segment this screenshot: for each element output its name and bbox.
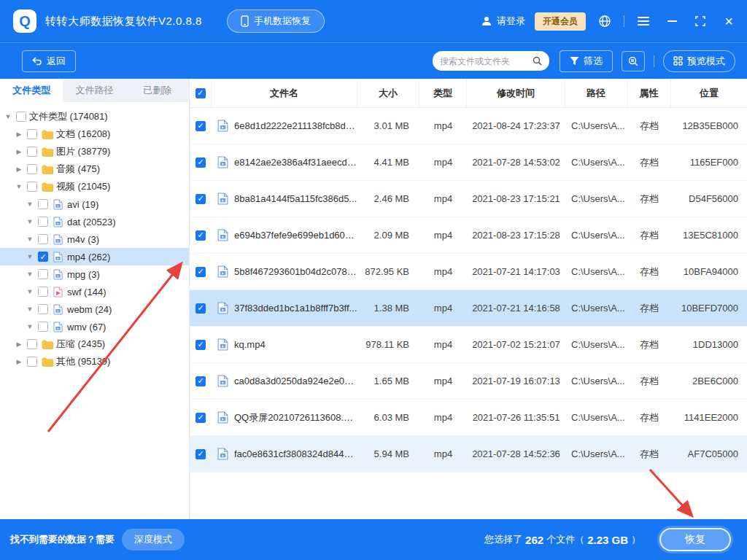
tree-item[interactable]: ▶图片 (38779): [0, 143, 189, 160]
file-type: mp4: [419, 266, 467, 277]
chevron-down-icon[interactable]: ▼: [25, 201, 35, 208]
column-header[interactable]: 类型: [419, 79, 467, 107]
tree-item[interactable]: ▼swf (144): [0, 283, 189, 300]
tree-checkbox[interactable]: [38, 217, 48, 227]
filter-button[interactable]: 筛选: [560, 50, 613, 72]
maximize-icon: [695, 16, 705, 26]
sidebar-tab[interactable]: 已删除: [126, 79, 189, 102]
tree-item[interactable]: ▶音频 (475): [0, 160, 189, 178]
maximize-button[interactable]: [691, 12, 710, 31]
tree-checkbox[interactable]: [27, 164, 37, 174]
column-header[interactable]: 路径: [565, 79, 627, 107]
tree-checkbox[interactable]: [27, 182, 37, 192]
table-row[interactable]: ✓kq.mp4978.11 KBmp42021-07-02 15:21:07C:…: [190, 327, 747, 363]
table-row[interactable]: ✓fac0e8631cf3808324d84471...5.94 MBmp420…: [190, 436, 747, 472]
tree-item[interactable]: ▼wmv (67): [0, 318, 189, 335]
table-row[interactable]: ✓5b8f467293601b04d2c0785...872.95 KBmp42…: [190, 254, 747, 290]
row-checkbox[interactable]: ✓: [196, 230, 206, 241]
column-header[interactable]: 修改时间: [467, 79, 565, 107]
tree-item[interactable]: ▼webm (24): [0, 300, 189, 318]
row-checkbox[interactable]: ✓: [196, 267, 206, 277]
sidebar-tab[interactable]: 文件路径: [63, 79, 125, 102]
chevron-down-icon[interactable]: ▼: [3, 113, 13, 120]
tree-item[interactable]: ▼mpg (3): [0, 265, 189, 283]
search-input[interactable]: [440, 56, 528, 66]
search-icon[interactable]: [533, 56, 542, 66]
row-checkbox[interactable]: ✓: [196, 340, 206, 350]
row-checkbox[interactable]: ✓: [196, 449, 206, 459]
vip-button[interactable]: 开通会员: [535, 12, 586, 31]
phone-recovery-button[interactable]: 手机数据恢复: [227, 9, 325, 33]
chevron-down-icon[interactable]: ▼: [14, 183, 24, 190]
back-button[interactable]: 返回: [22, 50, 76, 72]
tree-item[interactable]: ▶其他 (95139): [0, 353, 189, 370]
table-row[interactable]: ✓8ba81a4144f5a115fc386d5...2.46 MBmp4202…: [190, 181, 747, 217]
tree-checkbox[interactable]: [38, 322, 48, 332]
advanced-search-button[interactable]: [622, 51, 645, 71]
table-row[interactable]: ✓e694b37fefe9e699eb1d60d...2.09 MBmp4202…: [190, 217, 747, 254]
row-checkbox[interactable]: ✓: [196, 158, 206, 168]
sidebar-tab[interactable]: 文件类型: [0, 79, 63, 102]
chevron-right-icon[interactable]: ▶: [14, 148, 24, 155]
chevron-down-icon[interactable]: ▼: [25, 323, 35, 330]
tree-item[interactable]: ▶文档 (16208): [0, 125, 189, 143]
row-checkbox[interactable]: ✓: [196, 303, 206, 314]
globe-icon[interactable]: [595, 12, 614, 31]
chevron-down-icon[interactable]: ▼: [25, 306, 35, 313]
chevron-right-icon[interactable]: ▶: [14, 131, 24, 138]
column-header[interactable]: 文件名: [212, 79, 357, 107]
chevron-down-icon[interactable]: ▼: [25, 236, 35, 243]
minimize-button[interactable]: [662, 12, 681, 31]
row-checkbox[interactable]: ✓: [196, 376, 206, 386]
tree-item[interactable]: ▼avi (19): [0, 195, 189, 213]
tree-checkbox[interactable]: [16, 112, 26, 122]
selection-prefix: 您选择了: [484, 533, 522, 546]
chevron-down-icon[interactable]: ▼: [25, 288, 35, 295]
row-checkbox[interactable]: ✓: [196, 121, 206, 131]
menu-icon[interactable]: [634, 12, 653, 31]
chevron-right-icon[interactable]: ▶: [14, 341, 24, 348]
tree-checkbox[interactable]: [27, 357, 37, 367]
tree-item[interactable]: ▼dat (20523): [0, 213, 189, 230]
tree-checkbox[interactable]: [38, 234, 48, 244]
chevron-down-icon[interactable]: ▼: [25, 253, 35, 260]
chevron-down-icon[interactable]: ▼: [25, 218, 35, 225]
table-row[interactable]: ✓6e8d1d2222e211138fcb8dd...3.01 MBmp4202…: [190, 108, 747, 144]
chevron-right-icon[interactable]: ▶: [14, 358, 24, 365]
select-all-checkbox[interactable]: ✓: [196, 88, 206, 98]
row-checkbox[interactable]: ✓: [196, 194, 206, 204]
selection-summary: 您选择了 262 个文件（ 2.23 GB ）: [484, 533, 640, 546]
tree-checkbox[interactable]: [27, 147, 37, 157]
chevron-right-icon[interactable]: ▶: [14, 166, 24, 173]
tree-checkbox[interactable]: [38, 269, 48, 279]
close-button[interactable]: ×: [719, 12, 738, 31]
login-button[interactable]: 请登录: [481, 15, 525, 28]
column-header[interactable]: 大小: [357, 79, 419, 107]
tree-checkbox[interactable]: ✓: [38, 252, 48, 262]
row-checkbox[interactable]: ✓: [196, 413, 206, 423]
tree-checkbox[interactable]: [38, 199, 48, 209]
tree-checkbox[interactable]: [27, 339, 37, 349]
table-row[interactable]: ✓QQ录屏20210726113608.mp46.03 MBmp42021-07…: [190, 400, 747, 436]
tree-checkbox[interactable]: [27, 129, 37, 139]
table-row[interactable]: ✓ca0d8a3d0250da924e2e0d...1.65 MBmp42021…: [190, 363, 747, 400]
tree-item[interactable]: ▼文件类型 (174081): [0, 108, 189, 125]
tree-item[interactable]: ▼✓mp4 (262): [0, 248, 189, 265]
tree-item[interactable]: ▶压缩 (2435): [0, 335, 189, 353]
file-size: 5.94 MB: [357, 448, 419, 459]
tree-item[interactable]: ▼m4v (3): [0, 230, 189, 248]
file-size: 872.95 KB: [357, 266, 419, 277]
column-header[interactable]: 位置: [671, 79, 747, 107]
preview-mode-button[interactable]: 预览模式: [663, 50, 735, 72]
deep-mode-button[interactable]: 深度模式: [122, 529, 185, 551]
recover-button[interactable]: 恢复: [659, 528, 731, 551]
file-name-cell: QQ录屏20210726113608.mp4: [212, 411, 357, 424]
column-header[interactable]: 属性: [627, 79, 671, 107]
search-box[interactable]: [433, 51, 549, 71]
tree-checkbox[interactable]: [38, 287, 48, 297]
tree-checkbox[interactable]: [38, 304, 48, 314]
table-row[interactable]: ✓37f83dded1bc1a1b8fff7b3ff...1.38 MBmp42…: [190, 290, 747, 327]
tree-item[interactable]: ▼视频 (21045): [0, 178, 189, 195]
chevron-down-icon[interactable]: ▼: [25, 271, 35, 278]
table-row[interactable]: ✓e8142ae2e386a4f31aeecd1...4.41 MBmp4202…: [190, 144, 747, 181]
